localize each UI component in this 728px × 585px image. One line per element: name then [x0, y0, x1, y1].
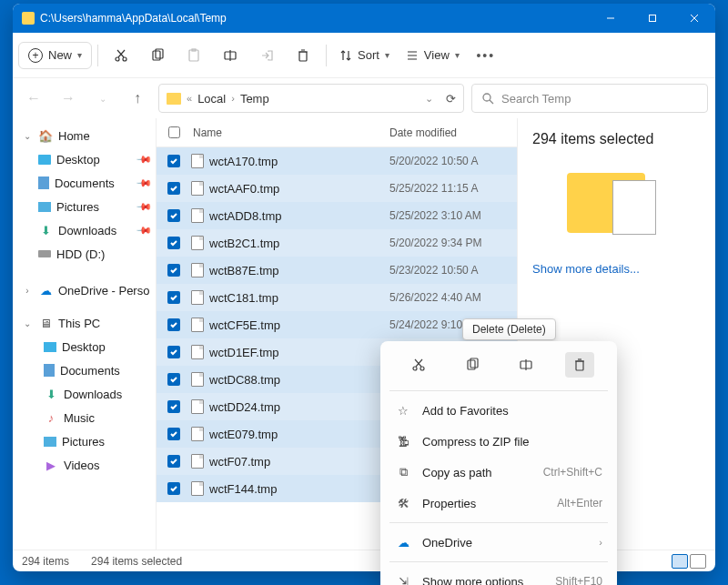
- ctx-delete-button[interactable]: [565, 352, 594, 378]
- forward-button[interactable]: →: [55, 85, 82, 112]
- address-bar[interactable]: « Local › Temp ⌄ ⟳: [158, 84, 464, 113]
- minimize-button[interactable]: [590, 4, 632, 33]
- pin-icon: 📌: [135, 150, 152, 167]
- search-icon: [481, 92, 494, 105]
- up-button[interactable]: ↑: [124, 85, 151, 112]
- sidebar-item-documents[interactable]: Documents📌: [13, 171, 156, 195]
- sidebar-item-downloads[interactable]: ⬇Downloads📌: [13, 218, 156, 242]
- delete-tooltip: Delete (Delete): [462, 318, 556, 340]
- maximize-button[interactable]: [632, 4, 673, 33]
- file-row[interactable]: wctA170.tmp5/20/2022 10:50 A: [157, 147, 517, 175]
- breadcrumb-prefix: «: [187, 93, 192, 104]
- close-button[interactable]: [673, 4, 715, 33]
- rename-button[interactable]: [213, 39, 248, 72]
- chevron-down-icon[interactable]: ⌄: [425, 93, 433, 105]
- file-row[interactable]: wctC181.tmp5/26/2022 4:40 AM: [157, 284, 517, 311]
- file-row[interactable]: wctB2C1.tmp5/20/2022 9:34 PM: [157, 229, 517, 257]
- cut-button[interactable]: [104, 39, 138, 72]
- column-name[interactable]: Name: [191, 126, 389, 139]
- select-all-checkbox[interactable]: [168, 126, 180, 138]
- show-more-details-link[interactable]: Show more details...: [532, 262, 701, 276]
- column-date[interactable]: Date modified: [389, 126, 517, 139]
- new-button[interactable]: + New ▾: [18, 42, 92, 69]
- file-name: wctF07.tmp: [209, 455, 270, 469]
- ctx-add-favorites[interactable]: ☆Add to Favorites: [388, 395, 610, 426]
- svg-line-23: [490, 100, 493, 104]
- recent-chevron-icon[interactable]: ⌄: [89, 85, 116, 112]
- share-button[interactable]: [249, 39, 284, 72]
- svg-point-22: [483, 94, 490, 101]
- ctx-show-more[interactable]: ⇲Show more optionsShift+F10: [388, 566, 610, 585]
- row-checkbox[interactable]: [167, 291, 180, 304]
- sidebar-thispc[interactable]: ⌄🖥This PC: [13, 311, 156, 335]
- file-name: wctAAF0.tmp: [209, 182, 279, 196]
- sidebar-pc-pictures[interactable]: Pictures: [13, 429, 156, 453]
- row-checkbox[interactable]: [167, 373, 180, 386]
- sidebar-pc-videos[interactable]: ▶Videos: [13, 453, 156, 477]
- more-button[interactable]: •••: [469, 39, 503, 72]
- ctx-compress-zip[interactable]: 🗜Compress to ZIP file: [388, 426, 610, 457]
- tiles-view-icon[interactable]: [690, 554, 706, 569]
- refresh-button[interactable]: ⟳: [446, 92, 456, 106]
- sidebar-pc-documents[interactable]: Documents: [13, 358, 156, 382]
- file-name: wctD1EF.tmp: [209, 346, 279, 359]
- file-row[interactable]: wctB87E.tmp5/23/2022 10:50 A: [157, 257, 517, 284]
- row-checkbox[interactable]: [167, 455, 180, 468]
- svg-rect-1: [650, 15, 656, 22]
- properties-icon: 🛠: [395, 497, 411, 510]
- pictures-icon: [44, 437, 56, 447]
- sidebar-pc-downloads[interactable]: ⬇Downloads: [13, 382, 156, 406]
- breadcrumb-local[interactable]: Local: [197, 92, 226, 106]
- row-checkbox[interactable]: [167, 155, 180, 167]
- details-view-icon[interactable]: [672, 554, 688, 569]
- sidebar-item-hdd[interactable]: HDD (D:): [13, 242, 156, 266]
- row-checkbox[interactable]: [167, 400, 180, 413]
- sidebar-pc-music[interactable]: ♪Music: [13, 406, 156, 429]
- delete-button[interactable]: [286, 39, 320, 72]
- file-name: wctB87E.tmp: [209, 264, 279, 277]
- ctx-copy-path[interactable]: ⧉Copy as pathCtrl+Shift+C: [388, 457, 610, 488]
- window-title: C:\Users\hamma\AppData\Local\Temp: [40, 12, 590, 25]
- ctx-copy-button[interactable]: [458, 352, 487, 378]
- back-button[interactable]: ←: [20, 85, 47, 112]
- row-checkbox[interactable]: [167, 237, 180, 249]
- copy-button[interactable]: [140, 39, 175, 72]
- ctx-cut-button[interactable]: [404, 352, 433, 378]
- file-row[interactable]: wctAAF0.tmp5/25/2022 11:15 A: [157, 175, 517, 202]
- sidebar-onedrive[interactable]: ›☁OneDrive - Perso: [13, 278, 156, 302]
- breadcrumb-temp[interactable]: Temp: [240, 92, 269, 106]
- sidebar-item-pictures[interactable]: Pictures📌: [13, 195, 156, 218]
- pin-icon: 📌: [135, 197, 152, 215]
- row-checkbox[interactable]: [167, 264, 180, 277]
- svg-point-5: [123, 57, 126, 61]
- ctx-rename-button[interactable]: [511, 352, 541, 378]
- sidebar-pc-desktop[interactable]: Desktop: [13, 335, 156, 358]
- row-checkbox[interactable]: [167, 209, 180, 222]
- file-icon: [191, 290, 204, 305]
- svg-line-6: [118, 50, 125, 57]
- music-icon: ♪: [44, 411, 58, 424]
- titlebar[interactable]: C:\Users\hamma\AppData\Local\Temp: [13, 4, 715, 33]
- sort-button[interactable]: Sort ▾: [332, 43, 397, 67]
- file-name: wctE079.tmp: [209, 428, 278, 441]
- status-selected: 294 items selected: [91, 555, 182, 568]
- row-checkbox[interactable]: [167, 428, 180, 440]
- file-date: 5/25/2022 11:15 A: [389, 182, 517, 195]
- view-toggle[interactable]: [672, 554, 706, 569]
- star-icon: ☆: [395, 404, 411, 418]
- sidebar-home[interactable]: ⌄🏠Home: [13, 124, 156, 147]
- videos-icon: ▶: [44, 459, 58, 471]
- row-checkbox[interactable]: [167, 482, 180, 495]
- svg-rect-10: [189, 50, 198, 61]
- search-input[interactable]: Search Temp: [471, 84, 708, 113]
- row-checkbox[interactable]: [167, 182, 180, 195]
- ctx-onedrive[interactable]: ☁OneDrive›: [388, 527, 610, 558]
- sidebar-item-desktop[interactable]: Desktop📌: [13, 147, 156, 171]
- row-checkbox[interactable]: [167, 346, 180, 358]
- file-row[interactable]: wctADD8.tmp5/25/2022 3:10 AM: [157, 202, 517, 229]
- ctx-properties[interactable]: 🛠PropertiesAlt+Enter: [388, 488, 610, 519]
- row-checkbox[interactable]: [167, 318, 180, 331]
- desktop-icon: [38, 155, 51, 165]
- view-button[interactable]: View ▾: [399, 43, 467, 67]
- paste-button[interactable]: [177, 39, 211, 72]
